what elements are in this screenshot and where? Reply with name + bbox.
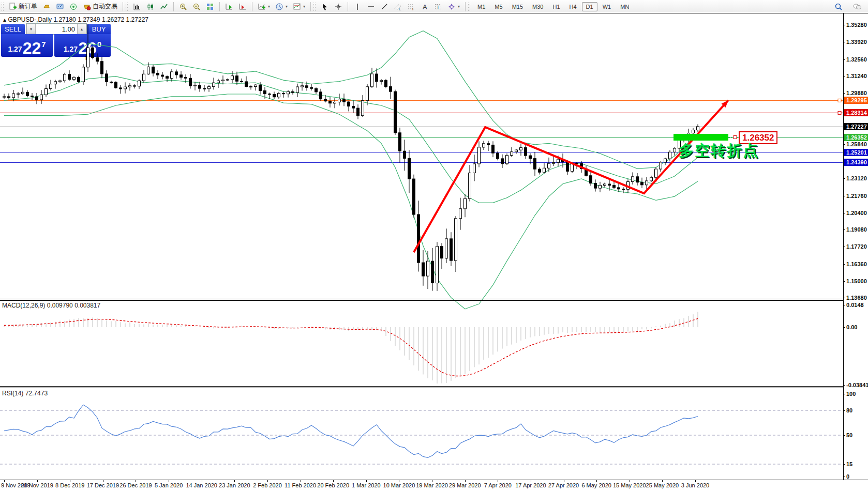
- price-tickmark: [843, 42, 845, 42]
- date-label: 2 Feb 2020: [253, 482, 282, 488]
- candle-body: [552, 162, 555, 163]
- candle-body: [26, 92, 29, 96]
- price-tick-label: 1.16360: [846, 261, 867, 267]
- dropdown-caret-icon[interactable]: ▾: [458, 4, 460, 9]
- new-order-button[interactable]: 新订单: [6, 1, 40, 12]
- candle-body: [329, 101, 332, 103]
- periods-button[interactable]: ▾: [273, 1, 290, 12]
- text-button[interactable]: A: [418, 1, 431, 12]
- candle-body: [12, 94, 15, 98]
- new-order-label: 新订单: [19, 2, 37, 11]
- market-watch-icon: [56, 3, 64, 11]
- candlestick-button[interactable]: [144, 1, 157, 12]
- text-label-button[interactable]: T: [431, 1, 445, 12]
- chat-icon: [853, 3, 861, 11]
- chart-shift-button[interactable]: [236, 1, 249, 12]
- search-button[interactable]: [832, 1, 845, 12]
- macd-tick-label: -0.038415: [846, 382, 868, 388]
- market-watch-button[interactable]: [53, 1, 67, 12]
- timeframe-M30-button[interactable]: M30: [528, 2, 547, 11]
- dropdown-caret-icon[interactable]: ▾: [268, 4, 270, 9]
- support-highlight-bar[interactable]: [674, 134, 728, 141]
- candle-body: [403, 151, 406, 158]
- trendline-button[interactable]: [378, 1, 391, 12]
- level-line-endpoint[interactable]: [838, 111, 841, 114]
- date-label: 26 Dec 2019: [119, 482, 152, 488]
- candle-body: [515, 150, 518, 152]
- rsi-separator[interactable]: [0, 386, 843, 387]
- timeframe-MN-button[interactable]: MN: [616, 2, 633, 11]
- macd-separator[interactable]: [0, 299, 843, 299]
- zoom-in-button[interactable]: [176, 1, 190, 12]
- candle-body: [604, 184, 606, 185]
- candle-body: [487, 144, 490, 145]
- autotrade-label: 自动交易: [93, 2, 117, 11]
- date-label: 25 May 2020: [646, 482, 679, 488]
- candle-body: [231, 76, 234, 80]
- candle-body: [68, 74, 71, 80]
- zoom-out-button[interactable]: [190, 1, 203, 12]
- candle-body: [59, 81, 62, 82]
- timeframe-H4-button[interactable]: H4: [565, 2, 581, 11]
- autotrade-button[interactable]: 自动交易: [80, 1, 120, 12]
- date-label: 3 Jun 2020: [681, 482, 709, 488]
- chart-canvas[interactable]: [0, 13, 843, 480]
- timeframe-M1-button[interactable]: M1: [473, 2, 489, 11]
- candle-body: [380, 81, 383, 82]
- price-tick-label: 1.25840: [846, 141, 867, 147]
- vertical-line-button[interactable]: [351, 1, 364, 12]
- macd-signal-line: [4, 318, 698, 376]
- price-tick-label: 1.13680: [846, 295, 867, 301]
- periods-icon: [275, 3, 283, 11]
- candle-body: [199, 85, 201, 88]
- timeframe-H1-button[interactable]: H1: [548, 2, 564, 11]
- rsi-tickmark: [843, 394, 845, 394]
- turning-point-annotation[interactable]: 多空转折点: [679, 141, 759, 161]
- timeframe-M15-button[interactable]: M15: [508, 2, 527, 11]
- tile-windows-button[interactable]: [203, 1, 217, 12]
- chat-button[interactable]: [850, 1, 864, 12]
- candle-body: [185, 78, 187, 79]
- signals-button[interactable]: [67, 1, 80, 12]
- candle-body: [310, 87, 313, 88]
- candle-body: [171, 72, 173, 79]
- candle-body: [259, 85, 262, 90]
- auto-scroll-button[interactable]: [222, 1, 236, 12]
- crosshair-button[interactable]: [332, 1, 345, 12]
- bar-chart-button[interactable]: [130, 1, 144, 12]
- macd-tickmark: [843, 385, 845, 386]
- timeframe-W1-button[interactable]: W1: [598, 2, 616, 11]
- dropdown-caret-icon[interactable]: ▾: [303, 4, 305, 9]
- candle-body: [152, 67, 155, 73]
- zoom-in-icon: [179, 3, 187, 11]
- equidistant-channel-button[interactable]: E: [391, 1, 405, 12]
- cursor-button[interactable]: [318, 1, 332, 12]
- price-tickmark: [843, 281, 845, 282]
- price-tickmark: [843, 298, 845, 298]
- vertical-line-icon: [353, 3, 362, 11]
- price-tick-label: 1.32560: [846, 56, 867, 63]
- templates-button[interactable]: ▾: [290, 1, 308, 12]
- fibonacci-button[interactable]: F: [405, 1, 418, 12]
- candle-body: [483, 144, 485, 147]
- level-line-endpoint[interactable]: [838, 99, 841, 102]
- horizontal-line-button[interactable]: [364, 1, 378, 12]
- metaeditor-button[interactable]: [40, 1, 53, 12]
- toolbar-right: [832, 1, 868, 12]
- arrows-button[interactable]: ▾: [445, 1, 462, 12]
- indicators-button[interactable]: ▾: [255, 1, 273, 12]
- timeframe-D1-button[interactable]: D1: [582, 2, 597, 11]
- dropdown-caret-icon[interactable]: ▾: [286, 4, 288, 9]
- date-label: 15 May 2020: [613, 482, 646, 488]
- date-label: 5 Jan 2020: [155, 482, 183, 488]
- line-chart-button[interactable]: [157, 1, 171, 12]
- macd-tickmark: [843, 305, 845, 305]
- price-tag-1.25201: 1.25201: [844, 149, 868, 156]
- candle-body: [525, 148, 527, 156]
- timeframe-M5-button[interactable]: M5: [490, 2, 506, 11]
- toolbar-group: [129, 1, 172, 13]
- price-tickmark: [843, 93, 845, 94]
- candle-body: [548, 163, 550, 168]
- candle-body: [348, 102, 350, 106]
- trend-zigzag-line[interactable]: [414, 100, 728, 252]
